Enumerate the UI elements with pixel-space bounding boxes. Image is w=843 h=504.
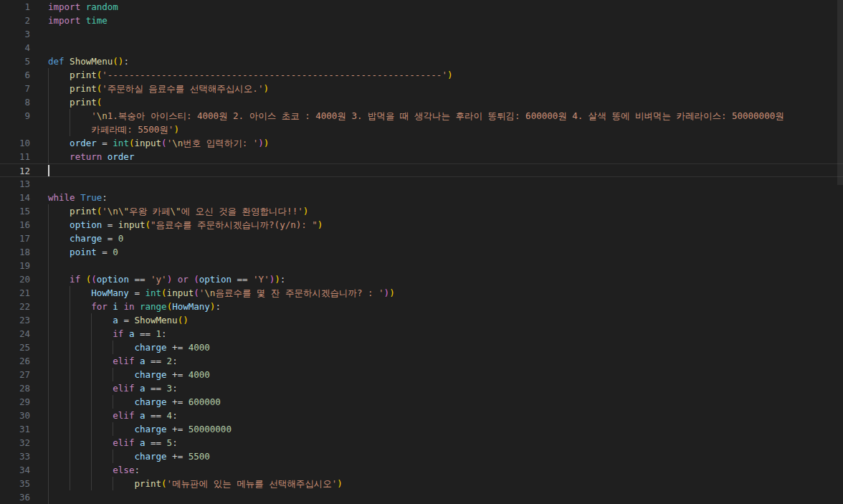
line-number[interactable]: 16 (0, 218, 30, 232)
line-number[interactable]: 7 (0, 82, 30, 95)
line-number[interactable]: 13 (0, 177, 30, 191)
code-line-text: charge += 50000000 (48, 422, 837, 436)
code-line[interactable]: 카페라떼: 5500원') (0, 123, 843, 136)
line-number[interactable]: 23 (0, 313, 30, 327)
line-number[interactable]: 5 (0, 54, 30, 68)
code-line[interactable]: 13 (0, 177, 843, 191)
code-line[interactable]: 2import time (0, 14, 843, 27)
code-line[interactable]: 5def ShowMenu(): (0, 54, 843, 68)
line-number[interactable]: 31 (0, 422, 30, 436)
code-line-text: def ShowMenu(): (48, 54, 837, 68)
line-number[interactable]: 21 (0, 286, 30, 300)
code-line-text: elif a == 5: (48, 436, 837, 450)
line-number[interactable]: 8 (0, 95, 30, 109)
code-line[interactable]: 9 '\n1.복숭아 아이스티: 4000원 2. 아이스 초코 : 4000원… (0, 109, 843, 123)
code-line-text: print('주문하실 음료수를 선택해주십시오.') (48, 82, 837, 95)
code-line[interactable]: 14while True: (0, 191, 843, 204)
line-number[interactable]: 36 (0, 490, 30, 504)
code-line-text: else: (48, 463, 837, 477)
code-line[interactable]: 31 charge += 50000000 (0, 422, 843, 436)
code-line[interactable]: 11 return order (0, 150, 843, 163)
line-number[interactable]: 12 (0, 164, 30, 177)
code-line[interactable]: 6 print('-------------------------------… (0, 68, 843, 82)
code-line[interactable]: 16 option = input("음료수를 주문하시겠습니까?(y/n): … (0, 218, 843, 232)
code-line[interactable]: 36 (0, 490, 843, 504)
line-number[interactable]: 18 (0, 245, 30, 259)
line-number[interactable]: 29 (0, 395, 30, 409)
code-line[interactable]: 25 charge += 4000 (0, 341, 843, 354)
line-number[interactable]: 30 (0, 409, 30, 422)
code-line[interactable]: 27 charge += 4000 (0, 368, 843, 381)
line-number[interactable]: 26 (0, 354, 30, 368)
code-line[interactable]: 22 for i in range(HowMany): (0, 300, 843, 313)
code-line[interactable]: 1import random (0, 0, 843, 14)
line-number[interactable]: 24 (0, 327, 30, 341)
code-line-text: charge += 600000 (48, 395, 837, 409)
code-line-text (48, 177, 837, 191)
code-line[interactable]: 7 print('주문하실 음료수를 선택해주십시오.') (0, 82, 843, 95)
code-line-text: a = ShowMenu() (48, 313, 837, 327)
editor-pane[interactable]: 1import random2import time345def ShowMen… (0, 0, 843, 504)
code-line[interactable]: 30 elif a == 4: (0, 409, 843, 422)
code-line[interactable]: 4 (0, 41, 843, 54)
line-number[interactable]: 2 (0, 14, 30, 27)
code-line[interactable]: 20 if ((option == 'y') or (option == 'Y'… (0, 272, 843, 286)
code-line[interactable]: 33 charge += 5500 (0, 450, 843, 463)
code-line-text: if a == 1: (48, 327, 837, 341)
code-line-text: option = input("음료수를 주문하시겠습니까?(y/n): ") (48, 218, 837, 232)
code-line-text: point = 0 (48, 245, 837, 259)
line-number[interactable]: 28 (0, 381, 30, 395)
code-line[interactable]: 19 (0, 259, 843, 272)
line-number[interactable]: 1 (0, 0, 30, 14)
code-line[interactable]: 24 if a == 1: (0, 327, 843, 341)
code-line-text (48, 490, 837, 504)
line-number[interactable]: 4 (0, 41, 30, 54)
code-line-text: return order (48, 150, 837, 163)
line-number[interactable]: 3 (0, 27, 30, 41)
line-number[interactable]: 33 (0, 450, 30, 463)
line-number[interactable]: 6 (0, 68, 30, 82)
code-line[interactable]: 29 charge += 600000 (0, 395, 843, 409)
line-number[interactable]: 27 (0, 368, 30, 381)
line-number[interactable]: 35 (0, 477, 30, 490)
code-line[interactable]: 18 point = 0 (0, 245, 843, 259)
code-line[interactable]: 17 charge = 0 (0, 232, 843, 245)
code-line[interactable]: 8 print( (0, 95, 843, 109)
line-number[interactable]: 19 (0, 259, 30, 272)
line-number[interactable]: 14 (0, 191, 30, 204)
line-number[interactable]: 17 (0, 232, 30, 245)
line-number[interactable] (0, 123, 30, 136)
code-line-text: print('\n\"우왕 카페\"에 오신 것을 환영합니다!!') (48, 204, 837, 218)
vertical-scrollbar[interactable] (837, 0, 843, 504)
line-number[interactable]: 22 (0, 300, 30, 313)
code-line-text: charge += 4000 (48, 368, 837, 381)
code-line[interactable]: 35 print('메뉴판에 있는 메뉴를 선택해주십시오') (0, 477, 843, 490)
code-line[interactable]: 32 elif a == 5: (0, 436, 843, 450)
code-line-text (48, 164, 837, 177)
code-line[interactable]: 34 else: (0, 463, 843, 477)
code-line[interactable]: 10 order = int(input('\n번호 입력하기: ')) (0, 136, 843, 150)
code-rows: 1import random2import time345def ShowMen… (0, 0, 843, 504)
code-line[interactable]: 12 (0, 163, 843, 177)
code-line-text: import time (48, 14, 837, 27)
line-number[interactable]: 32 (0, 436, 30, 450)
code-line-text: charge = 0 (48, 232, 837, 245)
code-line-text: while True: (48, 191, 837, 204)
code-line-text: print('---------------------------------… (48, 68, 837, 82)
code-line[interactable]: 28 elif a == 3: (0, 381, 843, 395)
code-line[interactable]: 3 (0, 27, 843, 41)
code-line[interactable]: 23 a = ShowMenu() (0, 313, 843, 327)
line-number[interactable]: 20 (0, 272, 30, 286)
line-number[interactable]: 25 (0, 341, 30, 354)
scrollbar-thumb[interactable] (837, 0, 843, 185)
line-number[interactable]: 9 (0, 109, 30, 123)
line-number[interactable]: 34 (0, 463, 30, 477)
code-line-text: if ((option == 'y') or (option == 'Y')): (48, 272, 837, 286)
code-line[interactable]: 15 print('\n\"우왕 카페\"에 오신 것을 환영합니다!!') (0, 204, 843, 218)
line-number[interactable]: 15 (0, 204, 30, 218)
line-number[interactable]: 10 (0, 136, 30, 150)
code-line[interactable]: 21 HowMany = int(input('\n음료수를 몇 잔 주문하시겠… (0, 286, 843, 300)
line-number[interactable]: 11 (0, 150, 30, 163)
code-line-text: elif a == 2: (48, 354, 837, 368)
code-line[interactable]: 26 elif a == 2: (0, 354, 843, 368)
